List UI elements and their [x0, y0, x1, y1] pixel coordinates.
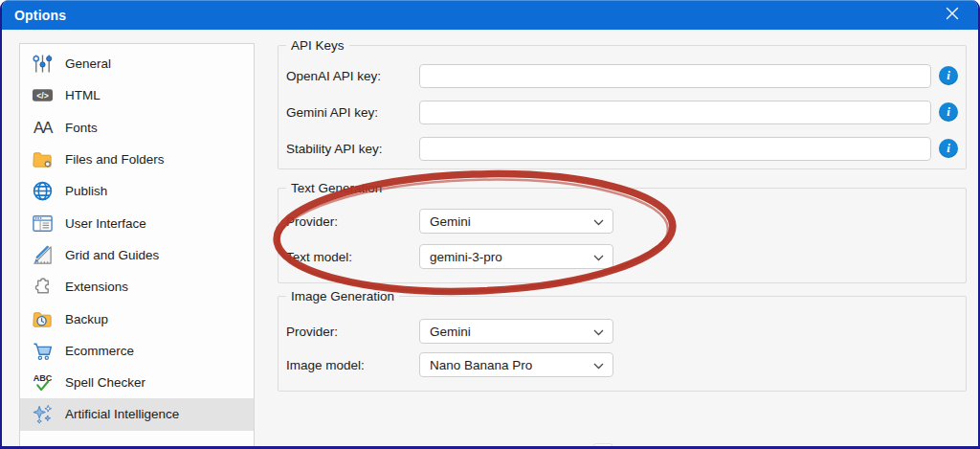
sidebar-item-spell-checker[interactable]: ABC Spell Checker [20, 367, 254, 398]
sidebar-item-label: Fonts [65, 121, 98, 135]
field-label: OpenAI API key: [286, 69, 419, 83]
sidebar-item-publish[interactable]: Publish [20, 175, 254, 207]
chevron-down-icon [593, 250, 604, 264]
openai-api-key-row: OpenAI API key: i [286, 63, 958, 88]
sidebar-item-backup[interactable]: Backup [20, 303, 254, 334]
shopping-cart-icon [30, 338, 55, 363]
sidebar-item-label: General [65, 56, 111, 71]
sidebar-item-ecommerce[interactable]: Ecommerce [20, 335, 254, 367]
image-provider-row: Provider: Gemini [286, 319, 613, 344]
info-icon[interactable]: i [939, 139, 958, 158]
stability-api-key-input[interactable] [419, 137, 931, 161]
image-provider-select[interactable]: Gemini [419, 319, 613, 344]
sidebar-item-label: User Interface [65, 216, 146, 231]
selected-value: Gemini [430, 325, 471, 339]
sidebar-item-label: Publish [65, 184, 107, 198]
selected-value: Gemini [430, 214, 471, 229]
window-icon [30, 211, 55, 236]
sidebar-item-label: Files and Folders [65, 152, 165, 167]
stability-api-key-row: Stability API key: i [286, 136, 958, 161]
ruler-pencil-icon [30, 242, 55, 267]
sidebar-item-general[interactable]: General [20, 48, 254, 79]
text-model-row: Text model: gemini-3-pro [286, 244, 613, 269]
chevron-down-icon [593, 358, 604, 372]
sparkles-icon [30, 402, 55, 427]
sidebar-item-fonts[interactable]: AA Fonts [20, 112, 254, 144]
field-label: Gemini API key: [286, 105, 419, 120]
selected-value: Nano Banana Pro [430, 358, 532, 372]
text-provider-row: Provider: Gemini [286, 209, 613, 234]
sliders-icon [30, 52, 55, 77]
sidebar-item-label: Ecommerce [65, 344, 134, 358]
field-label: Stability API key: [286, 142, 419, 156]
section-legend: Text Generation [286, 180, 387, 196]
folder-gear-icon [30, 147, 55, 172]
close-icon [946, 7, 959, 24]
chevron-down-icon [593, 325, 604, 339]
sidebar-item-grid-and-guides[interactable]: Grid and Guides [20, 239, 254, 271]
sidebar-item-extensions[interactable]: Extensions [20, 271, 254, 303]
code-icon: </> [30, 83, 55, 108]
settings-category-list: General </> HTML AA Fonts Files and Fold… [19, 43, 255, 447]
sidebar-item-label: Artificial Intelligence [65, 407, 179, 421]
svg-text:</>: </> [36, 91, 48, 101]
globe-icon [30, 179, 55, 204]
gemini-api-key-input[interactable] [419, 101, 931, 124]
close-button[interactable] [934, 0, 970, 30]
sidebar-item-artificial-intelligence[interactable]: Artificial Intelligence [20, 398, 254, 430]
sidebar-item-label: Spell Checker [65, 375, 145, 390]
text-model-select[interactable]: gemini-3-pro [419, 244, 613, 269]
info-icon[interactable]: i [939, 102, 958, 122]
gemini-api-key-row: Gemini API key: i [286, 100, 958, 124]
sidebar-item-files-and-folders[interactable]: Files and Folders [20, 144, 254, 175]
text-provider-select[interactable]: Gemini [419, 209, 613, 234]
backup-folder-clock-icon [30, 306, 55, 331]
field-label: Provider: [286, 325, 419, 339]
info-icon[interactable]: i [939, 66, 958, 85]
svg-text:ABC: ABC [33, 373, 52, 383]
openai-api-key-input[interactable] [419, 64, 931, 88]
fonts-icon: AA [30, 115, 55, 140]
cutoff-button-edge [593, 443, 612, 449]
sidebar-item-label: Extensions [65, 280, 128, 294]
field-label: Text model: [286, 250, 419, 264]
window-title: Options [14, 8, 66, 23]
image-model-select[interactable]: Nano Banana Pro [419, 352, 613, 377]
text-generation-section: Text Generation Provider: Gemini Text mo… [278, 188, 967, 283]
abc-check-icon: ABC [30, 370, 55, 395]
sidebar-item-user-interface[interactable]: User Interface [20, 207, 254, 238]
titlebar: Options [2, 0, 978, 30]
chevron-down-icon [593, 214, 604, 229]
sidebar-item-label: Grid and Guides [65, 248, 159, 262]
puzzle-icon [30, 275, 55, 300]
selected-value: gemini-3-pro [430, 250, 502, 264]
api-keys-section: API Keys OpenAI API key: i Gemini API ke… [278, 45, 967, 169]
image-model-row: Image model: Nano Banana Pro [286, 352, 613, 377]
sidebar-item-label: HTML [65, 88, 100, 102]
section-legend: API Keys [286, 37, 349, 54]
sidebar-item-label: Backup [65, 312, 108, 326]
field-label: Image model: [286, 358, 419, 372]
svg-text:AA: AA [33, 119, 53, 136]
sidebar-item-html[interactable]: </> HTML [20, 79, 254, 111]
section-legend: Image Generation [286, 288, 399, 304]
field-label: Provider: [286, 214, 419, 229]
image-generation-section: Image Generation Provider: Gemini Image … [278, 296, 967, 392]
options-dialog: Options General </> HTML AA Fonts [0, 0, 980, 449]
